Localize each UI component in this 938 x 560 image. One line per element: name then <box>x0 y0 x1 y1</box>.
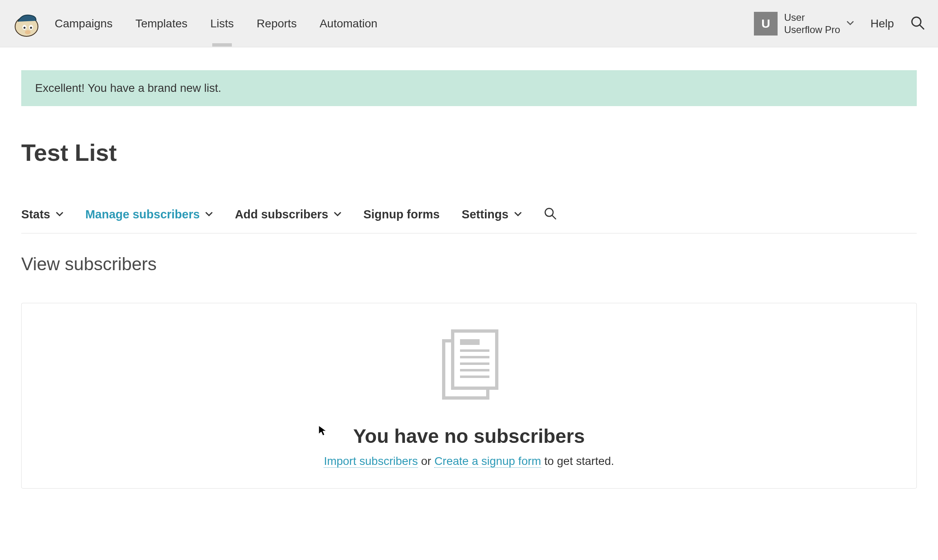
nav-templates[interactable]: Templates <box>136 1 188 47</box>
import-subscribers-link[interactable]: Import subscribers <box>324 455 418 468</box>
search-icon <box>910 16 925 30</box>
search-icon <box>544 207 557 220</box>
search-button[interactable] <box>910 16 925 32</box>
chevron-down-icon <box>334 212 341 217</box>
empty-state-title: You have no subscribers <box>38 425 900 447</box>
topbar-right: U User Userflow Pro Help <box>754 11 925 36</box>
subnav-search-button[interactable] <box>544 207 557 222</box>
empty-connector: or <box>418 455 434 467</box>
tab-manage-subscribers[interactable]: Manage subscribers <box>85 208 213 221</box>
user-menu[interactable]: U User Userflow Pro <box>754 11 854 36</box>
document-icon <box>436 328 502 405</box>
page-title: Test List <box>21 139 917 166</box>
tab-signup-forms[interactable]: Signup forms <box>363 208 440 221</box>
empty-state: You have no subscribers Import subscribe… <box>21 303 917 489</box>
tab-settings[interactable]: Settings <box>462 208 521 221</box>
tab-add-subscribers-label: Add subscribers <box>235 208 328 221</box>
tab-settings-label: Settings <box>462 208 508 221</box>
tab-manage-subscribers-label: Manage subscribers <box>85 208 200 221</box>
svg-point-5 <box>25 30 31 34</box>
brand-logo[interactable] <box>13 10 40 37</box>
empty-state-text: Import subscribers or Create a signup fo… <box>38 455 900 468</box>
chevron-down-icon <box>514 212 522 217</box>
tab-stats-label: Stats <box>21 208 50 221</box>
tab-stats[interactable]: Stats <box>21 208 63 221</box>
nav-reports[interactable]: Reports <box>257 1 297 47</box>
tab-add-subscribers[interactable]: Add subscribers <box>235 208 341 221</box>
svg-point-3 <box>24 27 26 29</box>
main-nav: Campaigns Templates Lists Reports Automa… <box>55 1 754 47</box>
svg-rect-12 <box>460 339 480 345</box>
content-area: Excellent! You have a brand new list. Te… <box>0 47 938 489</box>
chevron-down-icon <box>56 212 63 217</box>
user-text-block: User Userflow Pro <box>784 11 840 36</box>
svg-line-7 <box>920 25 924 29</box>
list-subnav: Stats Manage subscribers Add subscribers… <box>21 207 917 233</box>
svg-point-4 <box>30 27 32 29</box>
chevron-down-icon <box>847 20 854 27</box>
tab-signup-forms-label: Signup forms <box>363 208 440 221</box>
top-navigation: Campaigns Templates Lists Reports Automa… <box>0 0 938 47</box>
nav-automation[interactable]: Automation <box>320 1 378 47</box>
svg-line-9 <box>552 216 556 219</box>
empty-suffix: to get started. <box>541 455 614 467</box>
create-signup-form-link[interactable]: Create a signup form <box>434 455 541 468</box>
user-name: User <box>784 11 840 24</box>
success-notice: Excellent! You have a brand new list. <box>21 70 917 106</box>
section-title: View subscribers <box>21 254 917 274</box>
svg-point-6 <box>912 17 921 26</box>
user-avatar: U <box>754 12 778 36</box>
help-link[interactable]: Help <box>870 17 894 30</box>
chevron-down-icon <box>205 212 213 217</box>
nav-campaigns[interactable]: Campaigns <box>55 1 113 47</box>
user-account: Userflow Pro <box>784 24 840 36</box>
nav-lists[interactable]: Lists <box>210 1 234 47</box>
svg-point-8 <box>545 209 553 217</box>
